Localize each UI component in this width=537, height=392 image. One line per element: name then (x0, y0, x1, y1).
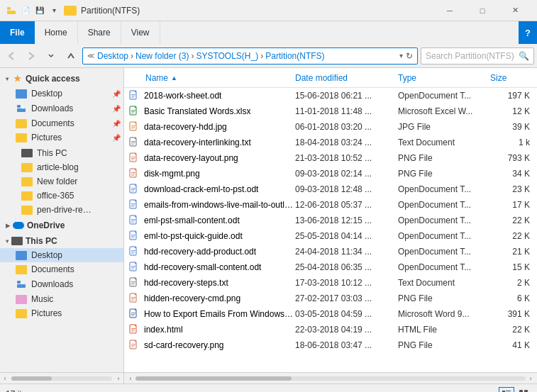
file-name-text: 2018-work-sheet.odt (144, 91, 221, 101)
table-row[interactable]: hidden-recovery-cmd.png 27-02-2017 03:03… (124, 291, 537, 306)
file-size: 391 K (490, 309, 533, 319)
this-pc-header[interactable]: ▾ This PC (0, 234, 123, 248)
file-size: 197 K (490, 91, 533, 101)
sidebar-item-pictures-quick[interactable]: Pictures 📌 (0, 130, 123, 145)
file-type: PNG File (398, 340, 490, 350)
scroll-arrow-left[interactable]: ‹ (0, 374, 10, 383)
file-type: OpenDocument T... (398, 262, 490, 272)
col-header-date[interactable]: Date modified (295, 73, 398, 83)
svg-rect-56 (131, 283, 135, 284)
onedrive-header[interactable]: ▶ OneDrive (0, 218, 123, 233)
sidebar-item-this-pc-top[interactable]: This PC (0, 146, 123, 160)
file-date: 06-01-2018 03:20 ... (295, 122, 398, 132)
svg-rect-81 (519, 390, 523, 393)
sidebar-item-downloads-quick[interactable]: Downloads 📌 (0, 101, 123, 116)
table-row[interactable]: hdd-recovery-small-content.odt 25-04-201… (124, 259, 537, 275)
file-date: 27-02-2017 03:03 ... (295, 293, 398, 303)
col-header-name[interactable]: Name ▲ (128, 73, 295, 83)
svg-rect-16 (131, 127, 135, 128)
sidebar-item-office-365[interactable]: office-365 (0, 189, 123, 203)
svg-rect-67 (131, 328, 135, 329)
svg-rect-0 (7, 7, 11, 10)
sidebar-item-desktop-pc[interactable]: Desktop (0, 248, 123, 262)
file-date: 24-04-2018 11:34 ... (295, 247, 398, 257)
sidebar-item-documents-quick[interactable]: Documents 📌 (0, 116, 123, 130)
sidebar-item-pictures-pc[interactable]: Pictures (0, 306, 123, 320)
breadcrumb-desktop[interactable]: Desktop (97, 51, 128, 61)
search-bar[interactable]: Search Partition(NTFS) 🔍 (421, 47, 534, 65)
table-row[interactable]: index.html 22-03-2018 04:19 ... HTML Fil… (124, 322, 537, 337)
this-pc-icon (11, 237, 23, 245)
ribbon-tab-view[interactable]: View (121, 21, 160, 44)
large-icons-view-button[interactable] (516, 387, 531, 393)
file-icon-odt (128, 184, 140, 195)
svg-rect-36 (131, 205, 135, 206)
details-view-button[interactable] (499, 387, 514, 393)
up-button[interactable] (62, 47, 79, 65)
file-name-text: index.html (144, 325, 183, 335)
table-row[interactable]: How to Export Emails From Windows Liv...… (124, 306, 537, 322)
table-row[interactable]: sd-card-recovery.png 18-06-2018 03:47 ..… (124, 337, 537, 353)
quick-access-header[interactable]: ▾ ★ Quick access (0, 71, 123, 86)
breadcrumb-systools[interactable]: SYSTOOLS(H_) (196, 51, 258, 61)
table-row[interactable]: Basic Translated Words.xlsx 11-01-2018 1… (124, 103, 537, 119)
file-name-text: hdd-recovery-steps.txt (144, 278, 228, 288)
minimize-button[interactable]: ─ (433, 0, 466, 21)
dropdown-arrow-icon[interactable]: ▾ (48, 5, 60, 16)
table-row[interactable]: 2018-work-sheet.odt 15-06-2018 06:21 ...… (124, 88, 537, 103)
recent-locations-button[interactable] (43, 47, 60, 65)
table-row[interactable]: data-recovery-layout.png 21-03-2018 10:5… (124, 150, 537, 166)
scroll-arrow-left-main[interactable]: ‹ (126, 374, 135, 383)
file-type: Microsoft Word 9... (398, 309, 490, 319)
table-row[interactable]: hdd-recovery-add-product.odt 24-04-2018 … (124, 244, 537, 259)
table-row[interactable]: disk-mgmt.png 09-03-2018 02:14 ... PNG F… (124, 166, 537, 181)
svg-rect-15 (131, 125, 135, 126)
file-list: 2018-work-sheet.odt 15-06-2018 06:21 ...… (124, 88, 537, 372)
file-type: Text Document (398, 138, 490, 147)
file-icon-png (128, 293, 140, 304)
table-row[interactable]: data-recovery-hdd.jpg 06-01-2018 03:20 .… (124, 119, 537, 135)
address-bar[interactable]: ≪ Desktop › New folder (3) › SYSTOOLS(H_… (82, 47, 418, 65)
file-icon-html (128, 324, 140, 335)
address-dropdown-icon[interactable]: ▾ (399, 52, 403, 60)
table-row[interactable]: eml-pst-small-content.odt 13-06-2018 12:… (124, 213, 537, 228)
table-row[interactable]: data-recovery-interlinking.txt 18-04-201… (124, 135, 537, 150)
address-refresh-icon[interactable]: ↻ (406, 51, 413, 61)
breadcrumb-partition[interactable]: Partition(NTFS) (265, 51, 324, 61)
table-row[interactable]: eml-to-pst-quick-guide.odt 25-05-2018 04… (124, 228, 537, 244)
ribbon-tab-share[interactable]: Share (78, 21, 121, 44)
h-scroll-track-main[interactable] (135, 376, 526, 381)
back-button[interactable] (3, 47, 20, 65)
forward-button[interactable] (23, 47, 40, 65)
onedrive-chevron: ▶ (6, 223, 10, 229)
sidebar-item-desktop-quick[interactable]: Desktop 📌 (0, 86, 123, 101)
ribbon-file-tab[interactable]: File (0, 21, 35, 44)
sidebar-item-article-blog[interactable]: article-blog (0, 160, 123, 174)
table-row[interactable]: emails-from-windows-live-mail-to-outlo..… (124, 197, 537, 213)
sidebar-item-new-folder[interactable]: New folder (0, 174, 123, 189)
ribbon-tab-home[interactable]: Home (35, 21, 78, 44)
sidebar-item-music[interactable]: Music (0, 292, 123, 306)
svg-rect-25 (131, 159, 134, 160)
scroll-arrow-right-sidebar[interactable]: › (114, 374, 123, 383)
sidebar-item-downloads-pc[interactable]: Downloads (0, 276, 123, 292)
file-type: PNG File (398, 293, 490, 303)
svg-rect-12 (131, 111, 135, 112)
col-header-size[interactable]: Size (490, 73, 533, 83)
table-row[interactable]: hdd-recovery-steps.txt 17-03-2018 10:12 … (124, 275, 537, 291)
close-button[interactable]: ✕ (499, 0, 531, 21)
sidebar-item-pen-drive[interactable]: pen-drive-recovery- (0, 203, 123, 217)
col-header-type[interactable]: Type (398, 73, 490, 83)
table-row[interactable]: download-crack-eml-to-pst.odt 09-03-2018… (124, 181, 537, 197)
svg-rect-55 (131, 281, 135, 282)
h-scroll-track-sidebar[interactable] (11, 376, 112, 381)
help-button[interactable]: ? (519, 21, 537, 44)
svg-rect-4 (17, 281, 21, 284)
breadcrumb-new-folder[interactable]: New folder (3) (135, 51, 189, 61)
maximize-button[interactable]: □ (466, 0, 499, 21)
file-name-text: How to Export Emails From Windows Liv... (144, 309, 295, 319)
sidebar-item-documents-pc[interactable]: Documents (0, 262, 123, 276)
search-icon[interactable]: 🔍 (519, 51, 529, 61)
file-type: JPG File (398, 122, 490, 132)
scroll-arrow-right-main[interactable]: › (526, 374, 536, 383)
